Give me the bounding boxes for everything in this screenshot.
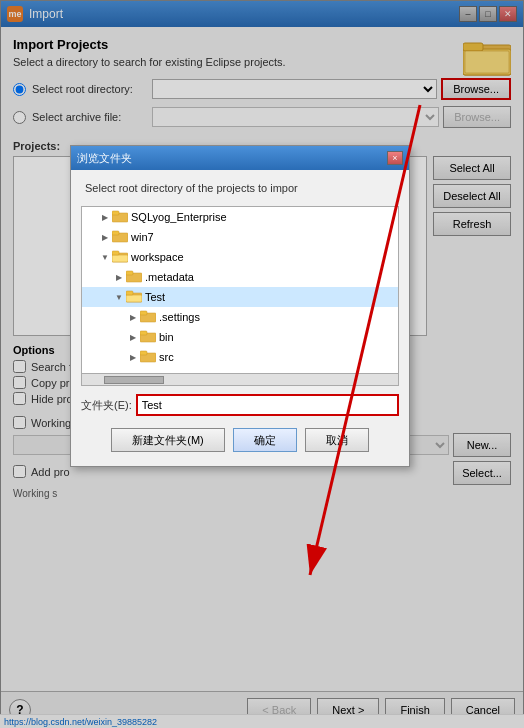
- tree-item[interactable]: ▼workspace: [82, 247, 398, 267]
- svg-rect-15: [126, 291, 133, 295]
- tree-item[interactable]: ▶win7: [82, 227, 398, 247]
- tree-item-label: workspace: [131, 251, 184, 263]
- tree-expander[interactable]: ▶: [126, 350, 140, 364]
- svg-rect-21: [140, 351, 147, 355]
- folder-icon: [140, 349, 156, 365]
- tree-expander[interactable]: ▶: [98, 210, 112, 224]
- dialog-tree[interactable]: ▶SQLyog_Enterprise▶win7▼workspace▶.metad…: [81, 206, 399, 386]
- svg-rect-14: [126, 295, 142, 302]
- tree-expander[interactable]: ▼: [112, 290, 126, 304]
- tree-item-label: Test: [145, 291, 165, 303]
- tree-expander[interactable]: ▶: [98, 230, 112, 244]
- folder-icon: [140, 309, 156, 325]
- tree-item-label: .metadata: [145, 271, 194, 283]
- dialog-folder-input[interactable]: [136, 394, 399, 416]
- tree-expander[interactable]: ▶: [126, 310, 140, 324]
- svg-rect-19: [140, 331, 147, 335]
- horizontal-scrollbar[interactable]: [82, 373, 398, 385]
- tree-item[interactable]: ▶.settings: [82, 307, 398, 327]
- dialog-confirm-button[interactable]: 确定: [233, 428, 297, 452]
- tree-item-label: SQLyog_Enterprise: [131, 211, 227, 223]
- tree-expander[interactable]: ▶: [126, 330, 140, 344]
- tree-item-label: .settings: [159, 311, 200, 323]
- tree-item-label: win7: [131, 231, 154, 243]
- tree-item[interactable]: ▶.metadata: [82, 267, 398, 287]
- tree-item[interactable]: ▶SQLyog_Enterprise: [82, 207, 398, 227]
- dialog-overlay: 浏览文件夹 × Select root directory of the pro…: [0, 0, 524, 728]
- main-window: me Import – □ ✕ Import Projects Select a…: [0, 0, 524, 728]
- folder-icon: [140, 329, 156, 345]
- svg-rect-12: [126, 271, 133, 275]
- new-folder-button[interactable]: 新建文件夹(M): [111, 428, 225, 452]
- folder-icon: [126, 289, 142, 305]
- dialog-title-bar: 浏览文件夹 ×: [71, 146, 409, 170]
- tree-item[interactable]: ▼Test: [82, 287, 398, 307]
- svg-rect-7: [112, 231, 119, 235]
- folder-icon: [126, 269, 142, 285]
- dialog-content: Select root directory of the projects to…: [71, 170, 409, 466]
- dialog-input-label: 文件夹(E):: [81, 398, 132, 413]
- svg-rect-17: [140, 311, 147, 315]
- folder-icon: [112, 229, 128, 245]
- tree-item[interactable]: ▶bin: [82, 327, 398, 347]
- tree-item-label: bin: [159, 331, 174, 343]
- tree-expander[interactable]: ▶: [112, 270, 126, 284]
- dialog-close-button[interactable]: ×: [387, 151, 403, 165]
- svg-rect-5: [112, 211, 119, 215]
- svg-rect-9: [112, 255, 128, 262]
- dialog-buttons: 新建文件夹(M) 确定 取消: [81, 424, 399, 458]
- dialog-description: Select root directory of the projects to…: [81, 178, 399, 198]
- dialog-cancel-button[interactable]: 取消: [305, 428, 369, 452]
- dialog-title: 浏览文件夹: [77, 151, 132, 166]
- folder-icon: [112, 209, 128, 225]
- folder-icon: [112, 249, 128, 265]
- dialog-input-row: 文件夹(E):: [81, 394, 399, 416]
- browse-dialog: 浏览文件夹 × Select root directory of the pro…: [70, 145, 410, 467]
- tree-item-label: src: [159, 351, 174, 363]
- scrollbar-thumb[interactable]: [104, 376, 164, 384]
- svg-rect-10: [112, 251, 119, 255]
- tree-expander[interactable]: ▼: [98, 250, 112, 264]
- tree-item[interactable]: ▶src: [82, 347, 398, 367]
